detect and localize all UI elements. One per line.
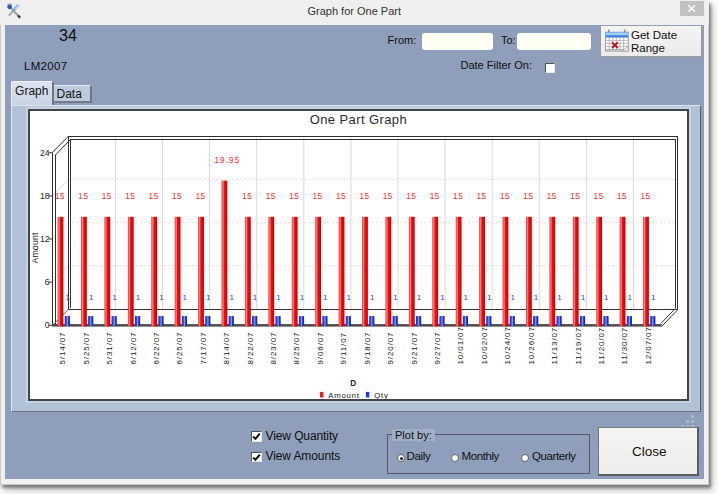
svg-text:9/21/07: 9/21/07 — [410, 331, 419, 364]
svg-text:15: 15 — [430, 192, 440, 201]
svg-text:Qty: Qty — [375, 390, 389, 398]
svg-text:9/20/07: 9/20/07 — [386, 331, 395, 364]
svg-text:1: 1 — [581, 292, 586, 301]
svg-text:15: 15 — [266, 192, 276, 201]
svg-text:12/07/07: 12/07/07 — [644, 326, 653, 364]
svg-text:1: 1 — [511, 292, 516, 301]
svg-text:11/13/07: 11/13/07 — [550, 326, 559, 364]
svg-text:11/30/07: 11/30/07 — [621, 326, 630, 364]
svg-text:15: 15 — [55, 192, 65, 201]
svg-text:15: 15 — [500, 192, 510, 201]
svg-text:One Part Graph: One Part Graph — [310, 112, 407, 127]
svg-text:15: 15 — [172, 192, 182, 201]
svg-text:1: 1 — [253, 292, 258, 301]
svg-text:10/02/07: 10/02/07 — [480, 326, 489, 364]
svg-text:15: 15 — [383, 192, 393, 201]
svg-text:15: 15 — [196, 192, 206, 201]
svg-text:11/20/07: 11/20/07 — [597, 326, 606, 364]
svg-text:15: 15 — [126, 192, 136, 201]
svg-text:1: 1 — [159, 292, 164, 301]
svg-text:6/22/07: 6/22/07 — [152, 331, 161, 364]
svg-text:1: 1 — [604, 292, 609, 301]
svg-text:1: 1 — [183, 292, 188, 301]
svg-text:1: 1 — [370, 292, 375, 301]
svg-text:1: 1 — [394, 292, 399, 301]
svg-text:10/01/07: 10/01/07 — [457, 326, 466, 364]
svg-text:1: 1 — [66, 292, 71, 301]
svg-text:24: 24 — [40, 147, 50, 157]
svg-text:1: 1 — [89, 292, 94, 301]
svg-text:1: 1 — [206, 292, 211, 301]
svg-text:Amount: Amount — [329, 390, 360, 398]
svg-text:15: 15 — [617, 192, 627, 201]
svg-text:1: 1 — [558, 292, 563, 301]
svg-text:1: 1 — [417, 292, 422, 301]
svg-text:7/17/07: 7/17/07 — [199, 331, 208, 364]
svg-text:15: 15 — [407, 192, 417, 201]
svg-text:1: 1 — [113, 292, 118, 301]
svg-text:5/31/07: 5/31/07 — [105, 331, 114, 364]
svg-text:12: 12 — [40, 233, 50, 243]
svg-text:19.95: 19.95 — [215, 156, 241, 165]
svg-text:8/25/07: 8/25/07 — [293, 331, 302, 364]
svg-text:15: 15 — [453, 192, 463, 201]
svg-text:15: 15 — [102, 192, 112, 201]
svg-text:15: 15 — [477, 192, 487, 201]
svg-text:1: 1 — [277, 292, 282, 301]
svg-text:15: 15 — [79, 192, 89, 201]
svg-text:9/06/07: 9/06/07 — [316, 331, 325, 364]
svg-text:15: 15 — [641, 192, 651, 201]
svg-text:6/25/07: 6/25/07 — [176, 331, 185, 364]
svg-text:1: 1 — [534, 292, 539, 301]
svg-text:1: 1 — [628, 292, 633, 301]
svg-text:1: 1 — [300, 292, 305, 301]
svg-text:5/14/07: 5/14/07 — [59, 331, 68, 364]
svg-text:6/12/07: 6/12/07 — [129, 331, 138, 364]
svg-text:15: 15 — [594, 192, 604, 201]
svg-text:18: 18 — [40, 190, 50, 200]
svg-text:1: 1 — [651, 292, 656, 301]
svg-text:10/24/07: 10/24/07 — [504, 326, 513, 364]
svg-text:15: 15 — [570, 192, 580, 201]
svg-text:9/11/07: 9/11/07 — [340, 332, 349, 364]
svg-text:10/26/07: 10/26/07 — [527, 326, 536, 364]
svg-text:1: 1 — [440, 292, 445, 301]
svg-text:15: 15 — [360, 192, 370, 201]
svg-text:Amount: Amount — [30, 232, 40, 264]
svg-text:8/23/07: 8/23/07 — [269, 331, 278, 364]
svg-text:1: 1 — [323, 292, 328, 301]
svg-text:1: 1 — [136, 292, 141, 301]
svg-text:11/19/07: 11/19/07 — [574, 326, 583, 364]
svg-text:0: 0 — [45, 320, 50, 330]
svg-text:15: 15 — [289, 192, 299, 201]
svg-text:1: 1 — [230, 292, 235, 301]
svg-text:5/25/07: 5/25/07 — [82, 331, 91, 364]
svg-text:15: 15 — [313, 192, 323, 201]
svg-text:15: 15 — [524, 192, 534, 201]
svg-text:9/18/07: 9/18/07 — [363, 331, 372, 364]
svg-text:1: 1 — [347, 292, 352, 301]
svg-text:1: 1 — [464, 292, 469, 301]
svg-text:15: 15 — [336, 192, 346, 201]
svg-text:1: 1 — [487, 292, 492, 301]
svg-text:15: 15 — [243, 192, 253, 201]
svg-text:D: D — [351, 378, 357, 387]
svg-text:8/22/07: 8/22/07 — [246, 331, 255, 364]
svg-text:15: 15 — [149, 192, 159, 201]
svg-text:6: 6 — [45, 277, 50, 287]
svg-text:9/27/07: 9/27/07 — [433, 331, 442, 364]
svg-text:15: 15 — [547, 192, 557, 201]
svg-text:8/14/07: 8/14/07 — [223, 331, 232, 364]
